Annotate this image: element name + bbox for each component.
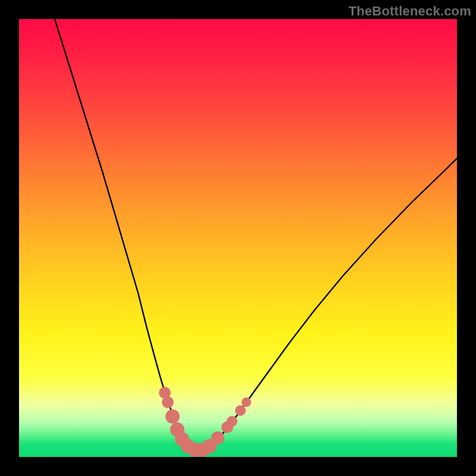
chart-svg — [19, 19, 457, 457]
plot-area — [19, 19, 457, 457]
marker-dot — [242, 397, 251, 407]
chart-frame: TheBottleneck.com — [0, 0, 476, 476]
marker-dot — [235, 405, 246, 416]
watermark: TheBottleneck.com — [349, 4, 471, 19]
marker-dot — [162, 396, 174, 408]
marker-dot — [165, 409, 180, 424]
curve-left-curve — [55, 19, 199, 451]
marker-dot — [211, 431, 224, 444]
marker-dot — [227, 416, 237, 427]
